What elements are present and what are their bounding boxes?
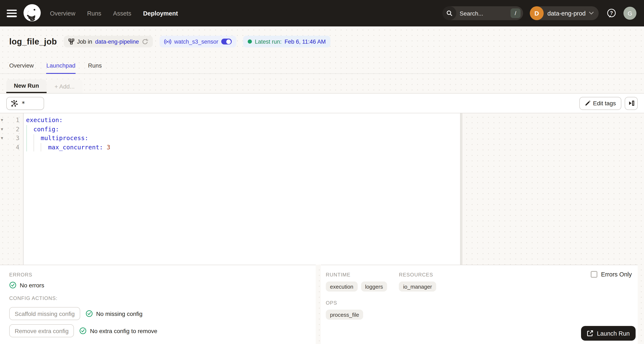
resources-tag[interactable]: io_manager — [399, 282, 436, 292]
check-circle-icon — [86, 310, 93, 317]
code-line: execution: — [26, 116, 460, 125]
primary-nav: Overview Runs Assets Deployment — [50, 10, 178, 16]
fold-arrow-icon[interactable]: ▼ — [1, 125, 3, 134]
repo-link[interactable]: data-eng-pipeline — [95, 38, 139, 45]
errors-only-label: Errors Only — [601, 271, 632, 278]
remove-status: No extra config to remove — [90, 328, 158, 334]
edit-tags-button[interactable]: Edit tags — [579, 97, 621, 110]
job-graph-icon — [68, 38, 74, 44]
tab-overview[interactable]: Overview — [9, 57, 34, 74]
top-navigation-bar: Overview Runs Assets Deployment Search..… — [0, 0, 644, 26]
search-placeholder: Search... — [456, 10, 510, 16]
ops-label: OPS — [326, 300, 387, 306]
config-yaml-editor[interactable]: execution: config: multiprocess: max_con… — [24, 113, 460, 265]
op-selector-input[interactable]: * — [6, 97, 44, 110]
ops-tag[interactable]: process_file — [326, 310, 363, 320]
nav-item-deployment[interactable]: Deployment — [143, 10, 178, 16]
deployment-switcher[interactable]: D data-eng-prod — [530, 6, 599, 20]
editor-gutter: ▼1 ▼2 ▼3 4 — [0, 113, 24, 265]
latest-run-tag: Latest run: Feb 6, 11:46 AM — [243, 36, 330, 47]
job-tabs: Overview Launchpad Runs — [0, 57, 644, 74]
dagster-logo[interactable] — [23, 4, 42, 23]
expand-panel-button[interactable] — [625, 97, 638, 110]
config-tab-add[interactable]: + Add... — [47, 79, 82, 93]
deployment-initial-badge: D — [530, 6, 544, 20]
launchpad-config-tabs: New Run + Add... — [0, 74, 644, 93]
check-circle-icon — [80, 327, 87, 334]
config-tab-new-run[interactable]: New Run — [6, 79, 46, 93]
nav-item-runs[interactable]: Runs — [87, 10, 102, 16]
line-number: 4 — [16, 144, 19, 150]
launchpad-bottom: ERRORS No errors CONFIG ACTIONS: Scaffol… — [0, 265, 644, 344]
sensor-tag: watch_s3_sensor — [160, 36, 236, 47]
errors-status: No errors — [20, 282, 44, 288]
edit-tags-label: Edit tags — [593, 100, 616, 107]
fold-arrow-icon[interactable]: ▼ — [1, 134, 3, 143]
check-circle-icon — [9, 282, 16, 289]
pencil-icon — [584, 100, 590, 106]
config-schema-pane — [462, 113, 644, 265]
hamburger-menu-icon[interactable] — [7, 9, 17, 17]
nav-item-assets[interactable]: Assets — [113, 10, 132, 16]
sensor-link[interactable]: watch_s3_sensor — [174, 38, 218, 45]
code-line: config: — [26, 125, 460, 134]
config-actions-label: CONFIG ACTIONS: — [9, 295, 310, 301]
resources-label: RESOURCES — [399, 272, 454, 278]
job-location-tag: Job in data-eng-pipeline — [64, 36, 153, 47]
job-header: log_file_job Job in data-eng-pipeline wa… — [0, 26, 644, 57]
launchpad-toolbar: * Edit tags — [0, 93, 644, 113]
tab-runs[interactable]: Runs — [88, 57, 102, 74]
job-location-prefix: Job in — [77, 38, 92, 45]
latest-run-link[interactable]: Feb 6, 11:46 AM — [285, 38, 326, 45]
latest-run-label: Latest run: — [255, 38, 282, 45]
refresh-icon[interactable] — [142, 38, 148, 45]
line-number: 1 — [16, 117, 19, 123]
indent-guide — [34, 134, 34, 151]
search-shortcut-hint: / — [510, 8, 520, 18]
errors-only-toggle[interactable]: Errors Only — [590, 271, 632, 278]
runtime-label: RUNTIME — [326, 272, 387, 278]
nav-item-overview[interactable]: Overview — [50, 10, 75, 16]
user-avatar[interactable]: G — [624, 7, 636, 20]
search-input[interactable]: Search... / — [442, 6, 523, 20]
search-icon — [442, 6, 456, 20]
sensor-toggle-switch[interactable] — [221, 38, 232, 44]
fold-arrow-icon[interactable]: ▼ — [1, 116, 3, 125]
indent-guide — [41, 143, 41, 151]
expand-panel-icon — [628, 100, 634, 107]
dagster-launchpad-page: Overview Runs Assets Deployment Search..… — [0, 0, 644, 344]
tab-launchpad[interactable]: Launchpad — [46, 57, 76, 74]
code-line: max_concurrent: 3 — [26, 143, 460, 152]
launch-icon — [587, 330, 593, 337]
runtime-tag[interactable]: execution — [326, 282, 358, 292]
scaffold-status: No missing config — [96, 310, 142, 317]
op-selector-value: * — [22, 100, 25, 107]
chevron-down-icon — [589, 12, 594, 15]
line-number: 3 — [16, 135, 19, 141]
panel-resize-handle[interactable] — [460, 113, 462, 265]
run-status-dot — [248, 39, 252, 44]
runtime-tag[interactable]: loggers — [361, 282, 387, 292]
launch-run-button[interactable]: Launch Run — [581, 326, 636, 341]
help-icon[interactable]: ? — [606, 8, 617, 18]
scaffold-missing-config-button[interactable]: Scaffold missing config — [9, 307, 80, 320]
page-title: log_file_job — [9, 37, 57, 46]
errors-label: ERRORS — [9, 272, 310, 278]
errors-panel: ERRORS No errors CONFIG ACTIONS: Scaffol… — [0, 265, 316, 344]
svg-text:?: ? — [610, 10, 613, 16]
sensor-icon — [164, 39, 171, 44]
indent-guide — [26, 125, 27, 151]
errors-only-checkbox[interactable] — [590, 271, 597, 278]
code-line: multiprocess: — [26, 134, 460, 143]
remove-extra-config-button[interactable]: Remove extra config — [9, 324, 74, 337]
deployment-name: data-eng-prod — [548, 10, 586, 16]
launchpad-workspace: ▼1 ▼2 ▼3 4 execution: config: multiproce… — [0, 113, 644, 265]
op-selector-icon — [11, 100, 18, 107]
line-number: 2 — [16, 126, 19, 132]
launch-run-label: Launch Run — [597, 330, 630, 337]
